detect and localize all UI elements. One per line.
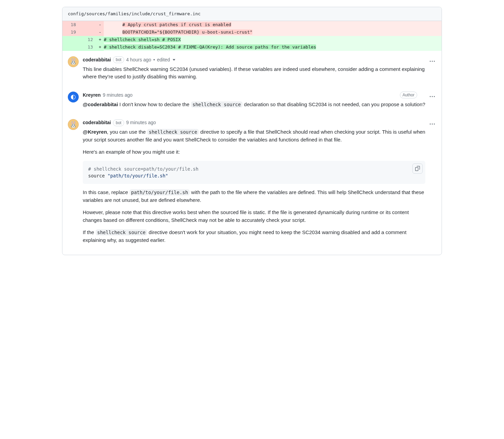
code-line: source [88,173,105,178]
comment-paragraph: In this case, replace path/to/your/file.… [83,189,425,204]
comment-paragraph: @coderabbitai I don't know how to declar… [83,101,425,109]
old-line-num [62,36,79,43]
diff-code: BOOTPATCHDIR="${BOOTPATCHDIR} u-boot-sun… [104,28,442,36]
new-line-num: 12 [79,36,96,43]
comment-paragraph: However, please note that this directive… [83,209,425,224]
code-line: # shellcheck source=path/to/your/file.sh [88,166,198,172]
user-mention[interactable]: @coderabbitai [83,101,118,107]
new-line-num [79,28,96,36]
author-badge: Author [400,92,417,98]
comment: ◐Kreyren 9 minutes agoAuthor@coderabbita… [62,86,442,114]
diff-mark: + [96,43,104,51]
comment-author[interactable]: Kreyren [83,92,101,99]
diff-line[interactable]: 13+# shellcheck disable=SC2034 # FIXME-Q… [62,43,442,51]
comment-text: @Kreyren, you can use the shellcheck sou… [83,128,425,244]
comment-text: @coderabbitai I don't know how to declar… [83,101,425,109]
diff-code: # shellcheck disable=SC2034 # FIXME-QA(K… [104,43,442,51]
bot-badge: bot [113,119,124,126]
comment-time[interactable]: 9 minutes ago [103,92,133,99]
user-mention[interactable]: @Kreyren [83,129,107,135]
diff-mark: + [96,36,104,43]
comments-list: 🐰coderabbitai bot 4 hours ago • edited T… [62,51,442,255]
comment-time[interactable]: 9 minutes ago [126,119,156,126]
kebab-menu-icon[interactable]: ··· [429,57,435,66]
diff-mark: - [96,28,104,36]
comment-paragraph: This line disables ShellCheck warning SC… [83,65,425,81]
diff-code: # shellcheck shell=sh # POSIX [104,36,442,43]
avatar[interactable]: 🐰 [68,56,79,67]
comment-author[interactable]: coderabbitai [83,56,111,63]
old-line-num: 19 [62,28,79,36]
comment-author[interactable]: coderabbitai [83,119,111,126]
inline-code: shellcheck source [96,229,148,235]
avatar[interactable]: 🐰 [68,119,79,130]
comment-paragraph: @Kreyren, you can use the shellcheck sou… [83,128,425,144]
dot: • [153,56,155,63]
diff-line[interactable]: 18- # Apply crust patches if crust is en… [62,21,442,28]
diff-line[interactable]: 19- BOOTPATCHDIR="${BOOTPATCHDIR} u-boot… [62,28,442,36]
diff-line[interactable]: 12+# shellcheck shell=sh # POSIX [62,36,442,43]
diff-table: 18- # Apply crust patches if crust is en… [62,21,442,51]
comment-header: coderabbitai bot 9 minutes ago [83,119,425,126]
kebab-menu-icon[interactable]: ··· [429,120,435,129]
chevron-down-icon[interactable] [173,59,175,61]
diff-code: # Apply crust patches if crust is enable… [104,21,442,28]
bot-badge: bot [113,56,124,63]
new-line-num: 13 [79,43,96,51]
diff-mark: - [96,21,104,28]
copy-button[interactable] [412,164,423,174]
review-thread: config/sources/families/include/crust_fi… [62,7,442,255]
file-path-header[interactable]: config/sources/families/include/crust_fi… [62,7,442,21]
comment-header: Kreyren 9 minutes agoAuthor [83,92,425,99]
inline-code: shellcheck source [191,101,243,108]
inline-code: shellcheck source [147,129,199,135]
comment-header: coderabbitai bot 4 hours ago • edited [83,56,425,63]
inline-code: path/to/your/file.sh [130,189,190,195]
old-line-num [62,43,79,51]
kebab-menu-icon[interactable]: ··· [429,92,435,101]
comment: 🐰coderabbitai bot 9 minutes ago@Kreyren,… [62,114,442,255]
comment-time[interactable]: 4 hours ago [126,56,151,63]
new-line-num [79,21,96,28]
copy-icon [415,166,420,171]
avatar[interactable]: ◐ [68,92,79,102]
comment-paragraph: Here's an example of how you might use i… [83,148,425,156]
edited-label[interactable]: edited [157,56,170,63]
comment: 🐰coderabbitai bot 4 hours ago • edited T… [62,51,442,86]
comment-text: This line disables ShellCheck warning SC… [83,65,425,81]
old-line-num: 18 [62,21,79,28]
file-path: config/sources/families/include/crust_fi… [68,11,200,16]
code-block: # shellcheck source=path/to/your/file.sh… [83,161,425,184]
comment-paragraph: If the shellcheck source directive doesn… [83,229,425,244]
